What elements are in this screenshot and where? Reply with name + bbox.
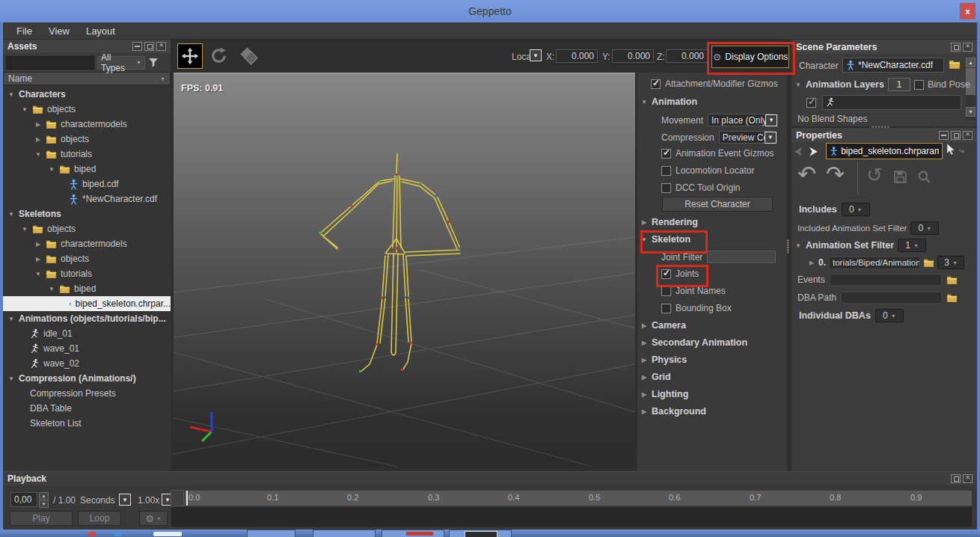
scene-params-float-icon[interactable] [951, 43, 961, 52]
assets-minimize-icon[interactable] [132, 42, 142, 51]
x-value-field[interactable]: 0.000 [556, 49, 598, 63]
expander-icon[interactable] [34, 256, 42, 263]
properties-file-field[interactable]: biped_skeleton.chrparams [826, 143, 943, 159]
menu-view[interactable]: View [41, 25, 77, 37]
anim-set-filter-dropdown[interactable]: 1▼ [898, 239, 926, 252]
scale-tool-button[interactable] [241, 48, 257, 64]
expander-icon[interactable] [34, 151, 42, 158]
tree-item-wave-01[interactable]: wave_01 [3, 341, 171, 356]
loop-button[interactable]: Loop [78, 511, 121, 526]
dba-path-field[interactable] [841, 292, 942, 304]
anim-set-filter-row[interactable]: Animation Set Filter 1▼ [794, 239, 926, 252]
display-options-button[interactable]: ⚙ Display Options [711, 46, 789, 68]
movement-dropdown[interactable]: In place (Only g [708, 114, 774, 126]
bind-pose-checkbox[interactable] [914, 80, 924, 90]
taskbar-icon[interactable] [88, 532, 96, 536]
joint-filter-input[interactable] [707, 251, 776, 263]
playback-float-icon[interactable] [951, 474, 961, 483]
character-field[interactable]: *NewCharacter.cdf [842, 58, 944, 73]
tree-item-idle-01[interactable]: idle_01 [3, 326, 171, 341]
taskbar-button[interactable] [449, 530, 512, 537]
timeline-ruler[interactable]: 0.0 0.1 0.2 0.3 0.4 0.5 0.6 0.7 0.8 0.9 [184, 490, 973, 506]
tree-item-skeleton-list[interactable]: Skeleton List [3, 416, 171, 431]
scroll-up-icon[interactable]: ▲ [966, 58, 976, 67]
expander-icon[interactable] [34, 271, 42, 277]
chevron-down-icon[interactable]: ▼ [765, 114, 777, 126]
expander-icon[interactable] [7, 211, 15, 218]
filter-funnel-icon[interactable] [148, 58, 159, 68]
expander-icon[interactable] [7, 316, 15, 322]
animation-layer-row[interactable] [806, 95, 961, 110]
tree-item-charactermodels[interactable]: charactermodels [3, 117, 171, 132]
stepper-down-icon[interactable]: ▼ [39, 500, 49, 508]
tree-item-charactermodels2[interactable]: charactermodels [3, 236, 171, 251]
bounding-box-row[interactable]: Bounding Box [661, 303, 732, 313]
section-secondary-animation[interactable]: Secondary Animation [640, 337, 747, 348]
panel-splitter-handle[interactable]: •••••• [786, 239, 789, 254]
tree-item-biped2[interactable]: biped [3, 281, 171, 296]
locomotion-locator-row[interactable]: Locomotion Locator [661, 165, 754, 176]
revert-icon[interactable]: ↺ [866, 164, 883, 187]
scroll-down-icon[interactable]: ▼ [966, 107, 976, 117]
play-button[interactable]: Play [10, 511, 73, 526]
browse-folder-icon[interactable] [949, 59, 961, 69]
playback-options-button[interactable]: ⚙ ▼ [139, 511, 168, 526]
tree-item-objects4[interactable]: objects [3, 251, 171, 266]
expander-icon[interactable] [21, 226, 28, 233]
individual-dbas-dropdown[interactable]: 0▼ [875, 309, 904, 322]
viewport-3d[interactable]: FPS: 0.91 [174, 73, 635, 467]
menu-layout[interactable]: Layout [79, 25, 123, 37]
tree-item-objects2[interactable]: objects [3, 132, 171, 147]
redo-icon[interactable]: ↷ [826, 161, 845, 187]
checkbox-icon[interactable] [661, 304, 671, 313]
section-camera[interactable]: Camera [640, 320, 686, 331]
folder-icon[interactable] [923, 258, 934, 267]
expander-icon[interactable] [34, 121, 42, 128]
anim-set-item-row[interactable]: 0. torials/Biped/Animations 3▼ [808, 256, 964, 269]
save-icon[interactable] [893, 170, 907, 184]
checkbox-checked-icon[interactable] [651, 79, 661, 89]
properties-float-icon[interactable] [951, 131, 961, 140]
search-icon[interactable] [917, 170, 931, 184]
rotate-tool-button[interactable] [209, 46, 228, 67]
layer-enabled-checkbox[interactable] [806, 98, 816, 108]
asset-search-input[interactable] [6, 56, 94, 70]
attachment-gizmos-row[interactable]: Attachment/Modifier Gizmos [651, 79, 778, 89]
z-value-field[interactable]: 0.000 [666, 49, 708, 63]
checkbox-icon[interactable] [661, 286, 671, 296]
playback-close-icon[interactable] [963, 474, 973, 483]
includes-dropdown[interactable]: 0▼ [842, 203, 870, 216]
tree-item-newcharacter-cdf[interactable]: *NewCharacter.cdf [3, 191, 171, 206]
checkbox-icon[interactable] [661, 183, 671, 193]
taskbar-button[interactable] [313, 530, 376, 537]
timeline-track[interactable] [171, 506, 973, 527]
asset-type-filter-dropdown[interactable]: All Types ▼ [97, 56, 145, 70]
anim-set-count-dropdown[interactable]: 3▼ [937, 256, 964, 269]
section-rendering[interactable]: Rendering [640, 217, 698, 227]
expander-icon[interactable] [7, 91, 15, 98]
back-arrow-icon[interactable]: ⮜ [794, 144, 803, 158]
taskbar-icon[interactable] [114, 532, 121, 536]
tree-item-characters[interactable]: Characters [3, 87, 171, 102]
animation-layers-count[interactable]: 1 [888, 78, 910, 91]
expander-icon[interactable] [48, 166, 55, 173]
expander-icon[interactable] [34, 136, 42, 143]
section-grid[interactable]: Grid [640, 372, 671, 382]
expander-icon[interactable] [48, 286, 55, 292]
section-physics[interactable]: Physics [640, 355, 687, 365]
assets-float-icon[interactable] [144, 42, 154, 51]
assets-close-icon[interactable] [156, 42, 166, 51]
animation-layers-section[interactable]: Animation Layers 1 Bind Pose [794, 78, 970, 91]
tree-item-biped-skeleton-selected[interactable]: biped_skeleton.chrpar... [3, 296, 171, 311]
coord-space-dropdown[interactable]: ▼ [530, 49, 542, 61]
anim-set-path-field[interactable]: torials/Biped/Animations [829, 257, 920, 269]
move-tool-button[interactable] [177, 43, 203, 69]
properties-close-icon[interactable] [963, 131, 973, 140]
properties-minimize-icon[interactable] [939, 131, 949, 140]
y-value-field[interactable]: 0.000 [612, 49, 654, 63]
taskbar-button[interactable] [382, 530, 444, 537]
checkbox-checked-icon[interactable] [661, 149, 671, 159]
folder-icon[interactable] [946, 293, 958, 302]
tree-item-compression-presets[interactable]: Compression Presets [3, 386, 171, 401]
section-background[interactable]: Background [640, 406, 706, 417]
